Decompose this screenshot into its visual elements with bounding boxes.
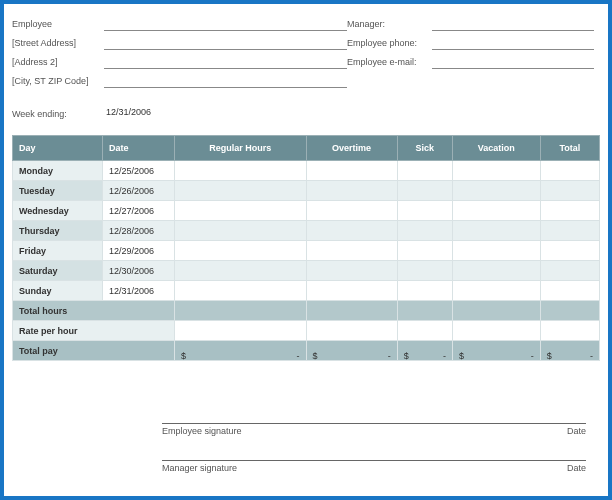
date-cell[interactable]: 12/31/2006 [103, 281, 175, 301]
header-overtime: Overtime [306, 136, 397, 161]
total-hours-vacation [452, 301, 540, 321]
address2-label: [Address 2] [12, 57, 104, 69]
date-cell[interactable]: 12/29/2006 [103, 241, 175, 261]
table-row: Thursday12/28/2006 [13, 221, 600, 241]
vacation-cell[interactable] [452, 181, 540, 201]
day-cell: Sunday [13, 281, 103, 301]
overtime-cell[interactable] [306, 221, 397, 241]
rate-per-hour-row: Rate per hour [13, 321, 600, 341]
date-cell[interactable]: 12/27/2006 [103, 201, 175, 221]
day-cell: Friday [13, 241, 103, 261]
date-cell[interactable]: 12/28/2006 [103, 221, 175, 241]
weekending-row: Week ending: 12/31/2006 [12, 102, 347, 121]
overtime-cell[interactable] [306, 241, 397, 261]
vacation-cell[interactable] [452, 241, 540, 261]
phone-field[interactable] [432, 36, 594, 50]
total-hours-sick [397, 301, 452, 321]
sick-cell[interactable] [397, 161, 452, 181]
vacation-cell[interactable] [452, 221, 540, 241]
regular-cell[interactable] [175, 161, 307, 181]
vacation-cell[interactable] [452, 281, 540, 301]
day-cell: Saturday [13, 261, 103, 281]
total-cell [540, 161, 599, 181]
overtime-cell[interactable] [306, 281, 397, 301]
manager-signature-label: Manager signature [162, 463, 237, 473]
overtime-cell[interactable] [306, 161, 397, 181]
employee-signature-date-label: Date [567, 426, 586, 436]
manager-field[interactable] [432, 17, 594, 31]
table-row: Sunday12/31/2006 [13, 281, 600, 301]
day-cell: Wednesday [13, 201, 103, 221]
regular-cell[interactable] [175, 221, 307, 241]
total-pay-row: Total pay $- $- $- $- $- [13, 341, 600, 361]
city-label: [City, ST ZIP Code] [12, 76, 104, 88]
total-cell [540, 181, 599, 201]
weekending-field[interactable]: 12/31/2006 [104, 107, 347, 121]
employee-signature-line[interactable]: Employee signature Date [162, 423, 586, 436]
employee-label: Employee [12, 19, 104, 31]
regular-cell[interactable] [175, 261, 307, 281]
city-field[interactable] [104, 74, 347, 88]
day-cell: Tuesday [13, 181, 103, 201]
regular-cell[interactable] [175, 281, 307, 301]
employee-field[interactable] [104, 17, 347, 31]
regular-cell[interactable] [175, 201, 307, 221]
header-sick: Sick [397, 136, 452, 161]
sick-cell[interactable] [397, 261, 452, 281]
rate-regular[interactable] [175, 321, 307, 341]
table-row: Monday12/25/2006 [13, 161, 600, 181]
header-day: Day [13, 136, 103, 161]
email-row: Employee e-mail: [347, 50, 600, 69]
date-cell[interactable]: 12/26/2006 [103, 181, 175, 201]
sick-cell[interactable] [397, 201, 452, 221]
address2-field[interactable] [104, 55, 347, 69]
rate-label: Rate per hour [13, 321, 175, 341]
street-label: [Street Address] [12, 38, 104, 50]
vacation-cell[interactable] [452, 201, 540, 221]
overtime-cell[interactable] [306, 201, 397, 221]
weekending-label: Week ending: [12, 109, 104, 121]
manager-signature-date-label: Date [567, 463, 586, 473]
rate-total[interactable] [540, 321, 599, 341]
header-regular: Regular Hours [175, 136, 307, 161]
total-cell [540, 221, 599, 241]
total-pay-sick: $- [397, 341, 452, 361]
sick-cell[interactable] [397, 281, 452, 301]
sick-cell[interactable] [397, 181, 452, 201]
phone-row: Employee phone: [347, 31, 600, 50]
street-field[interactable] [104, 36, 347, 50]
table-row: Wednesday12/27/2006 [13, 201, 600, 221]
total-hours-overtime [306, 301, 397, 321]
total-hours-label: Total hours [13, 301, 175, 321]
timesheet-table: Day Date Regular Hours Overtime Sick Vac… [12, 135, 600, 361]
sick-cell[interactable] [397, 221, 452, 241]
date-cell[interactable]: 12/25/2006 [103, 161, 175, 181]
total-pay-overtime: $- [306, 341, 397, 361]
table-row: Saturday12/30/2006 [13, 261, 600, 281]
header-total: Total [540, 136, 599, 161]
street-row: [Street Address] [12, 31, 347, 50]
header-row: Day Date Regular Hours Overtime Sick Vac… [13, 136, 600, 161]
vacation-cell[interactable] [452, 161, 540, 181]
manager-signature-line[interactable]: Manager signature Date [162, 460, 586, 473]
city-row: [City, ST ZIP Code] [12, 69, 347, 88]
total-hours-total [540, 301, 599, 321]
email-field[interactable] [432, 55, 594, 69]
sick-cell[interactable] [397, 241, 452, 261]
table-row: Friday12/29/2006 [13, 241, 600, 261]
date-cell[interactable]: 12/30/2006 [103, 261, 175, 281]
employee-row: Employee [12, 12, 347, 31]
rate-vacation[interactable] [452, 321, 540, 341]
total-pay-total: $- [540, 341, 599, 361]
day-cell: Thursday [13, 221, 103, 241]
info-left-column: Employee [Street Address] [Address 2] [C… [12, 12, 347, 121]
overtime-cell[interactable] [306, 261, 397, 281]
rate-overtime[interactable] [306, 321, 397, 341]
address2-row: [Address 2] [12, 50, 347, 69]
regular-cell[interactable] [175, 241, 307, 261]
rate-sick[interactable] [397, 321, 452, 341]
regular-cell[interactable] [175, 181, 307, 201]
vacation-cell[interactable] [452, 261, 540, 281]
overtime-cell[interactable] [306, 181, 397, 201]
total-pay-vacation: $- [452, 341, 540, 361]
